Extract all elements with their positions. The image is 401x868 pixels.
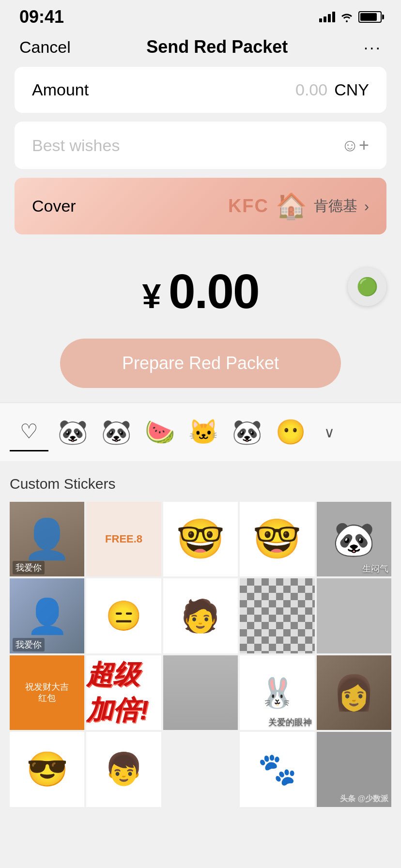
sticker-item[interactable]: 🐾: [240, 732, 314, 806]
cover-chinese-text: 肯德基: [314, 196, 357, 216]
yen-symbol: ¥: [142, 278, 168, 315]
sticker-tab-6[interactable]: 😶: [271, 413, 310, 451]
amount-value-area: 0.00 CNY: [295, 80, 369, 99]
sticker-tab-4[interactable]: 🐱: [184, 413, 223, 451]
amount-display: ¥ 0.00: [142, 264, 259, 319]
sticker-tab-1[interactable]: 🐼: [53, 413, 92, 451]
expand-sticker-button[interactable]: ∨: [315, 424, 344, 441]
cover-chevron-icon: ›: [364, 198, 369, 215]
prepare-btn-section: Prepare Red Packet: [0, 339, 401, 403]
cover-field[interactable]: Cover KFC 🏠 肯德基 ›: [15, 178, 386, 234]
sticker-label: 我爱你: [13, 638, 45, 651]
prepare-button[interactable]: Prepare Red Packet: [60, 339, 341, 388]
custom-stickers-section: Custom Stickers 👤 我爱你 FREE.8 🤓 🤓 🐼 生闷气 👤…: [0, 461, 401, 807]
sticker-emoji: 👤: [26, 596, 68, 636]
sticker-item[interactable]: 🐼 生闷气: [317, 502, 391, 576]
cover-label: Cover: [32, 197, 76, 216]
sticker-item[interactable]: 😑: [86, 578, 161, 653]
sticker-item[interactable]: 🤓: [163, 502, 238, 576]
status-bar: 09:41: [0, 0, 401, 32]
sticker-item[interactable]: 头条 @少数派: [317, 732, 391, 806]
sticker-emoji: 🐾: [258, 751, 297, 788]
sticker-item[interactable]: [163, 732, 238, 806]
sticker-bar: ♡ 🐼 🐼 🍉 🐱 🐼 😶 ∨: [0, 403, 401, 461]
amount-number: 0.00: [169, 264, 259, 318]
nav-bar: Cancel Send Red Packet ···: [0, 32, 401, 67]
coin-button[interactable]: 🟢: [348, 267, 386, 306]
sticker-item[interactable]: 🧑: [163, 578, 238, 653]
status-time: 09:41: [19, 7, 64, 27]
cover-building-icon: 🏠: [276, 191, 307, 221]
sticker-label: 生闷气: [362, 563, 388, 574]
battery-icon: [358, 11, 382, 23]
sticker-emoji: 👩: [333, 673, 375, 713]
sticker-emoji: 🤓: [253, 516, 301, 562]
amount-value: 0.00: [295, 80, 327, 99]
stickers-section-title: Custom Stickers: [10, 476, 391, 492]
sticker-text: 超级加倍!: [86, 657, 161, 728]
wishes-placeholder: Best wishes: [32, 136, 120, 155]
sticker-emoji: 😑: [106, 599, 142, 633]
signal-icon: [319, 12, 335, 22]
amount-currency: CNY: [334, 80, 369, 99]
sticker-text: FREE.8: [105, 533, 142, 545]
sticker-emoji: 😎: [26, 749, 68, 789]
sticker-item[interactable]: 😎: [10, 732, 84, 806]
sticker-emoji: 🤓: [176, 516, 225, 562]
status-icons: [319, 11, 382, 23]
cancel-button[interactable]: Cancel: [19, 38, 71, 57]
sticker-label: 头条 @少数派: [340, 794, 388, 804]
sticker-text: 祝发财大吉红包: [25, 682, 69, 704]
sticker-tab-2[interactable]: 🐼: [97, 413, 136, 451]
sticker-emoji: 👦: [104, 751, 143, 788]
sticker-label: 我爱你: [13, 561, 45, 574]
more-button[interactable]: ···: [364, 38, 382, 57]
sticker-item[interactable]: 祝发财大吉红包: [10, 655, 84, 730]
sticker-item[interactable]: 👩: [317, 655, 391, 730]
amount-label: Amount: [32, 80, 89, 99]
sticker-tab-3[interactable]: 🍉: [140, 413, 179, 451]
stickers-grid: 👤 我爱你 FREE.8 🤓 🤓 🐼 生闷气 👤 我爱你 😑 🧑: [10, 502, 391, 807]
sticker-item[interactable]: [317, 578, 391, 653]
sticker-item[interactable]: 👤 我爱你: [10, 502, 84, 576]
sticker-item[interactable]: 🐰 关爱的眼神: [240, 655, 314, 730]
sticker-item[interactable]: 👤 我爱你: [10, 578, 84, 653]
sticker-item[interactable]: [163, 655, 238, 730]
sticker-item[interactable]: 🤓: [240, 502, 314, 576]
sticker-item[interactable]: 👦: [86, 732, 161, 806]
page-title: Send Red Packet: [146, 37, 288, 57]
favorites-sticker-tab[interactable]: ♡: [10, 413, 48, 451]
sticker-item[interactable]: [240, 578, 314, 653]
sticker-label: 关爱的眼神: [268, 716, 312, 728]
cover-brand: KFC: [228, 196, 269, 217]
sticker-emoji: 🐰: [259, 676, 295, 710]
sticker-item[interactable]: 超级加倍!: [86, 655, 161, 730]
wishes-field[interactable]: Best wishes ☺+: [15, 122, 386, 169]
sticker-emoji: 🧑: [181, 598, 220, 635]
sticker-emoji: 🐼: [333, 519, 375, 559]
amount-field[interactable]: Amount 0.00 CNY: [15, 67, 386, 113]
wifi-icon: [340, 12, 354, 22]
form-section: Amount 0.00 CNY Best wishes ☺+ Cover KFC…: [0, 67, 401, 234]
sticker-tab-5[interactable]: 🐼: [228, 413, 266, 451]
emoji-button[interactable]: ☺+: [341, 135, 369, 155]
coin-icon: 🟢: [356, 277, 378, 297]
sticker-item[interactable]: FREE.8: [86, 502, 161, 576]
amount-display-section: ¥ 0.00 🟢: [0, 234, 401, 339]
cover-right: KFC 🏠 肯德基 ›: [228, 191, 369, 221]
